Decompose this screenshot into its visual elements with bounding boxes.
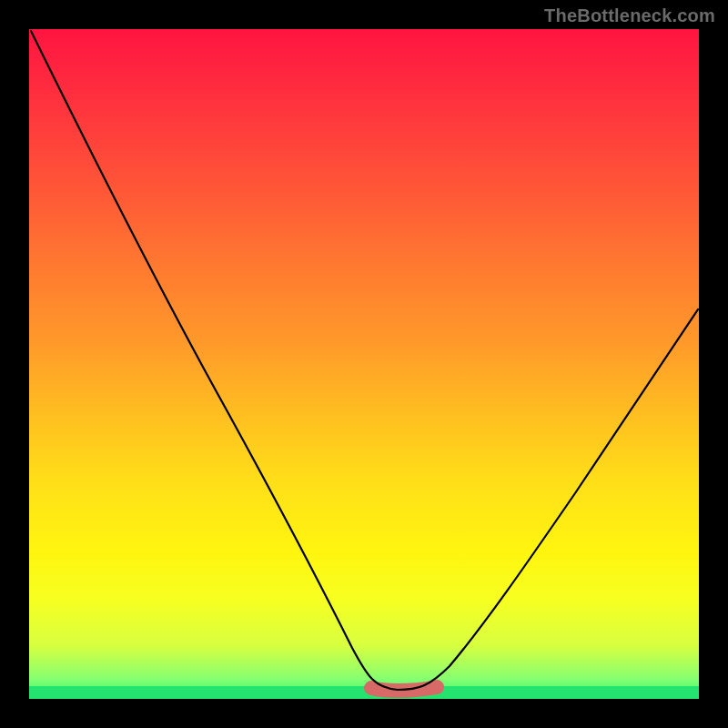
bottleneck-curve: [31, 31, 698, 690]
plot-area: [29, 29, 699, 699]
curve-svg: [29, 29, 699, 699]
attribution-text: TheBottleneck.com: [544, 5, 715, 26]
chart-frame: TheBottleneck.com: [0, 0, 728, 728]
